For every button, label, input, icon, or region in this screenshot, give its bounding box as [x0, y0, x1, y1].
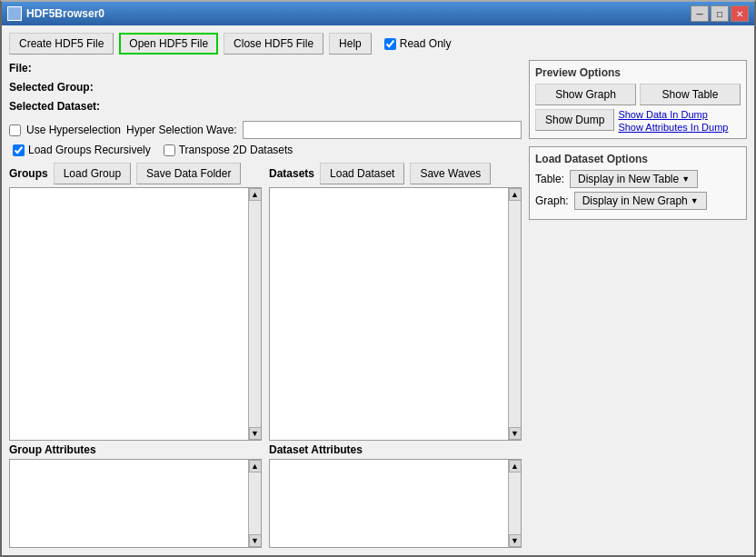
graph-option-select[interactable]: Display in New Graph — [574, 192, 707, 210]
group-attributes-section: Group Attributes ▲ ▼ — [9, 443, 262, 548]
dataset-attributes-label: Dataset Attributes — [269, 443, 522, 456]
show-dump-button[interactable]: Show Dump — [535, 109, 614, 131]
group-attributes-label: Group Attributes — [9, 443, 262, 456]
load-groups-checkbox-row: Load Groups Recursively — [13, 144, 151, 156]
load-dataset-options-box: Load Dataset Options Table: Display in N… — [529, 146, 747, 220]
group-attr-scrollbar[interactable]: ▲ ▼ — [248, 460, 261, 547]
save-data-folder-button[interactable]: Save Data Folder — [136, 163, 241, 184]
create-hdf5-button[interactable]: Create HDF5 File — [9, 33, 114, 55]
help-button[interactable]: Help — [329, 33, 372, 55]
group-attr-scroll-up[interactable]: ▲ — [249, 460, 262, 472]
groups-datasets-area: Groups Load Group Save Data Folder ▲ ▼ — [9, 163, 522, 441]
groups-header: Groups Load Group Save Data Folder — [9, 163, 262, 184]
preview-options-box: Preview Options Show Graph Show Table Sh… — [529, 60, 747, 139]
show-graph-button[interactable]: Show Graph — [535, 84, 636, 105]
title-bar: HDF5Browser0 ─ □ ✕ — [2, 2, 754, 25]
left-panel: File: Selected Group: Selected Dataset: … — [9, 60, 522, 548]
read-only-label: Read Only — [400, 37, 452, 50]
graph-option-label: Graph: — [535, 194, 569, 207]
hyper-wave-label: Hyper Selection Wave: — [126, 124, 237, 136]
hyperselection-row: Use Hyperselection Hyper Selection Wave: — [9, 121, 522, 139]
table-option-label: Table: — [535, 173, 564, 185]
groups-scrollbar[interactable]: ▲ ▼ — [248, 188, 261, 440]
selected-dataset-label: Selected Dataset: — [9, 100, 100, 113]
right-panel: Preview Options Show Graph Show Table Sh… — [529, 60, 747, 548]
preview-options-title: Preview Options — [535, 66, 741, 79]
preview-top-buttons: Show Graph Show Table — [535, 84, 741, 105]
show-attr-dump-link[interactable]: Show Attributes In Dump — [618, 122, 728, 133]
transpose-checkbox-row: Transpose 2D Datasets — [164, 144, 293, 156]
hdf5-icon — [7, 6, 22, 21]
selected-group-label: Selected Group: — [9, 81, 94, 94]
main-window: HDF5Browser0 ─ □ ✕ Create HDF5 File Open… — [0, 0, 756, 557]
load-dataset-options-title: Load Dataset Options — [535, 153, 741, 165]
hyper-wave-input[interactable] — [243, 121, 522, 139]
dump-links: Show Data In Dump Show Attributes In Dum… — [618, 109, 728, 133]
datasets-header: Datasets Load Dataset Save Waves — [269, 163, 522, 184]
show-data-dump-link[interactable]: Show Data In Dump — [618, 109, 728, 120]
load-groups-row: Load Groups Recursively Transpose 2D Dat… — [9, 144, 522, 156]
datasets-label: Datasets — [269, 167, 314, 180]
hyperselection-checkbox[interactable] — [9, 124, 21, 136]
groups-scroll-down[interactable]: ▼ — [249, 427, 262, 440]
close-button[interactable]: ✕ — [731, 5, 749, 22]
window-title: HDF5Browser0 — [26, 7, 104, 20]
read-only-row: Read Only — [384, 37, 452, 50]
attributes-area: Group Attributes ▲ ▼ Dataset Attributes — [9, 443, 522, 548]
datasets-scrollbar[interactable]: ▲ ▼ — [508, 188, 521, 440]
dataset-attr-scroll-down[interactable]: ▼ — [509, 534, 522, 547]
file-label: File: — [9, 62, 32, 75]
file-row: File: — [9, 60, 522, 76]
close-hdf5-button[interactable]: Close HDF5 File — [224, 33, 323, 55]
dataset-attributes-section: Dataset Attributes ▲ ▼ — [269, 443, 522, 548]
title-bar-controls: ─ □ ✕ — [691, 5, 749, 22]
preview-bottom-row: Show Dump Show Data In Dump Show Attribu… — [535, 109, 741, 133]
transpose-label: Transpose 2D Datasets — [179, 144, 293, 156]
groups-label: Groups — [9, 167, 48, 180]
datasets-scroll-up[interactable]: ▲ — [509, 188, 522, 201]
load-dataset-button[interactable]: Load Dataset — [320, 163, 404, 184]
load-groups-label: Load Groups Recursively — [28, 144, 151, 156]
group-attributes-listbox[interactable]: ▲ ▼ — [9, 459, 262, 548]
table-option-row: Table: Display in New Table — [535, 170, 741, 188]
table-option-select[interactable]: Display in New Table — [570, 170, 698, 188]
title-bar-left: HDF5Browser0 — [7, 6, 104, 21]
selected-dataset-row: Selected Dataset: — [9, 98, 522, 114]
dataset-attr-scroll-up[interactable]: ▲ — [509, 460, 522, 472]
dataset-attributes-listbox[interactable]: ▲ ▼ — [269, 459, 522, 548]
datasets-scroll-down[interactable]: ▼ — [509, 427, 522, 440]
groups-section: Groups Load Group Save Data Folder ▲ ▼ — [9, 163, 262, 441]
hyperselection-label: Use Hyperselection — [26, 124, 121, 136]
datasets-section: Datasets Load Dataset Save Waves ▲ ▼ — [269, 163, 522, 441]
load-groups-checkbox[interactable] — [13, 144, 25, 156]
read-only-checkbox[interactable] — [384, 38, 396, 50]
open-hdf5-button[interactable]: Open HDF5 File — [119, 33, 218, 55]
content-area: Create HDF5 File Open HDF5 File Close HD… — [2, 25, 754, 555]
transpose-checkbox[interactable] — [164, 144, 175, 156]
show-table-button[interactable]: Show Table — [640, 84, 741, 105]
main-area: File: Selected Group: Selected Dataset: … — [9, 60, 747, 548]
save-waves-button[interactable]: Save Waves — [410, 163, 491, 184]
top-button-row: Create HDF5 File Open HDF5 File Close HD… — [9, 33, 747, 55]
selected-group-row: Selected Group: — [9, 79, 522, 95]
datasets-listbox[interactable]: ▲ ▼ — [269, 187, 522, 441]
graph-option-row: Graph: Display in New Graph — [535, 192, 741, 210]
group-attr-scroll-down[interactable]: ▼ — [249, 534, 262, 547]
dataset-attr-scrollbar[interactable]: ▲ ▼ — [508, 460, 521, 547]
load-group-button[interactable]: Load Group — [54, 163, 131, 184]
maximize-button[interactable]: □ — [711, 5, 729, 22]
groups-listbox[interactable]: ▲ ▼ — [9, 187, 262, 441]
groups-scroll-up[interactable]: ▲ — [249, 188, 262, 201]
minimize-button[interactable]: ─ — [691, 5, 709, 22]
